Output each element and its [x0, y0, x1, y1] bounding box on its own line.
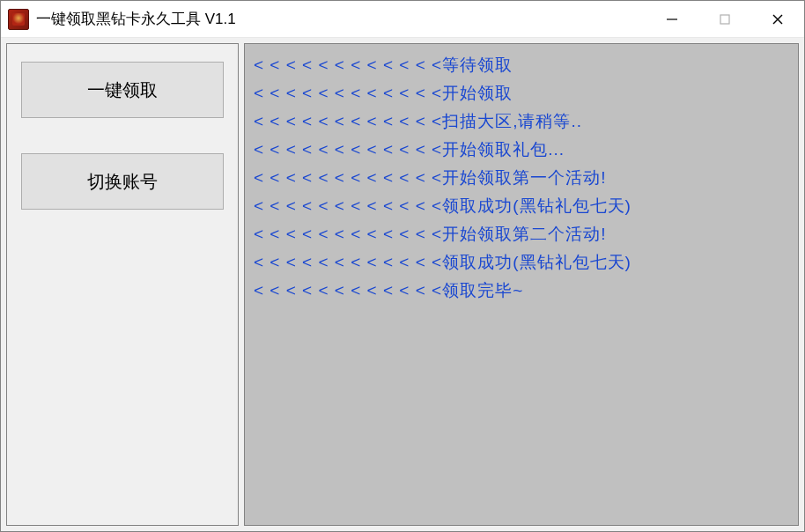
log-panel[interactable]: < < < < < < < < < < < <等待领取< < < < < < <…	[244, 43, 799, 526]
log-line: < < < < < < < < < < < <领取完毕~	[254, 277, 789, 305]
log-line: < < < < < < < < < < < <开始领取礼包...	[254, 136, 789, 164]
log-line: < < < < < < < < < < < <开始领取	[254, 79, 789, 107]
app-icon	[8, 9, 29, 30]
minimize-button[interactable]	[646, 1, 698, 37]
window-controls	[646, 1, 804, 37]
close-button[interactable]	[751, 1, 804, 37]
switch-account-button[interactable]: 切换账号	[21, 153, 224, 210]
log-line: < < < < < < < < < < < <开始领取第二个活动!	[254, 220, 789, 248]
log-line: < < < < < < < < < < < <领取成功(黑钻礼包七天)	[254, 192, 789, 220]
svg-rect-1	[720, 15, 729, 24]
log-line: < < < < < < < < < < < <开始领取第一个活动!	[254, 164, 789, 192]
log-line: < < < < < < < < < < < <等待领取	[254, 51, 789, 79]
client-area: 一键领取 切换账号 < < < < < < < < < < < <等待领取< <…	[1, 38, 804, 531]
app-window: 一键领取黑钻卡永久工具 V1.1 一键领取 切换账号 < < < < < < <…	[0, 0, 805, 532]
log-line: < < < < < < < < < < < <领取成功(黑钻礼包七天)	[254, 248, 789, 277]
claim-button[interactable]: 一键领取	[21, 62, 224, 118]
left-panel: 一键领取 切换账号	[6, 43, 239, 526]
log-line: < < < < < < < < < < < <扫描大区,请稍等..	[254, 107, 789, 136]
maximize-button	[698, 1, 751, 37]
titlebar: 一键领取黑钻卡永久工具 V1.1	[1, 1, 804, 38]
window-title: 一键领取黑钻卡永久工具 V1.1	[36, 9, 646, 29]
